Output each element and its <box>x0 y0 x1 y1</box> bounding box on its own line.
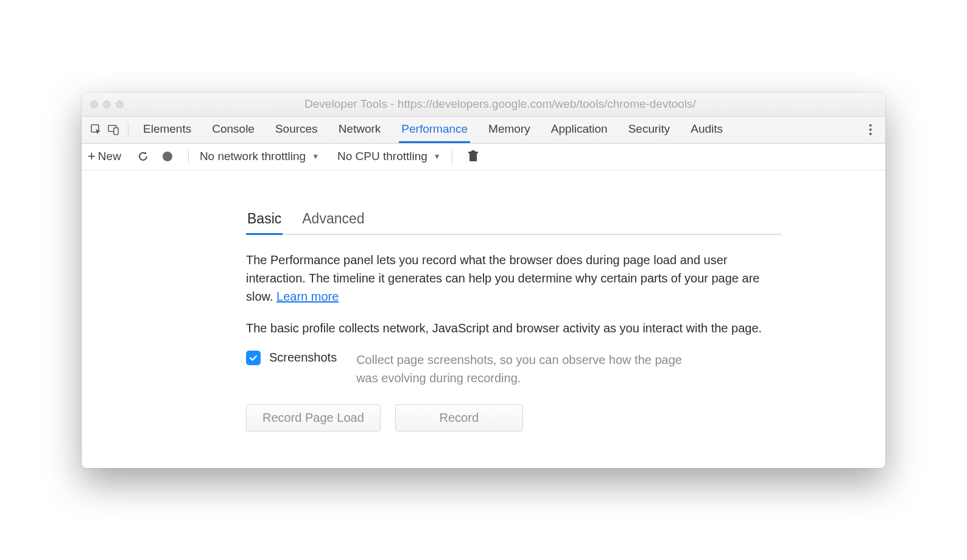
tab-label: Performance <box>401 122 468 136</box>
svg-rect-6 <box>469 153 477 161</box>
delete-icon[interactable] <box>463 148 483 165</box>
mac-traffic-lights <box>90 100 124 108</box>
record-indicator-icon[interactable] <box>158 148 177 165</box>
devtools-tabbar: Elements Console Sources Network Perform… <box>82 117 885 144</box>
record-page-load-button[interactable]: Record Page Load <box>246 404 381 432</box>
tab-label: Elements <box>143 122 191 136</box>
tab-label: Audits <box>691 122 723 136</box>
check-icon <box>248 353 258 363</box>
svg-rect-2 <box>114 128 118 135</box>
svg-rect-8 <box>471 150 475 152</box>
tab-network[interactable]: Network <box>336 117 384 143</box>
svg-point-3 <box>869 124 871 127</box>
new-label: New <box>98 150 121 163</box>
tab-elements[interactable]: Elements <box>141 117 194 143</box>
screenshots-description: Collect page screenshots, so you can obs… <box>356 351 697 387</box>
new-recording-button[interactable]: + New <box>88 149 121 164</box>
cpu-throttle-label: No CPU throttling <box>337 150 427 163</box>
separator <box>128 122 128 137</box>
subtab-label: Basic <box>247 211 281 226</box>
zoom-window-dot[interactable] <box>116 100 124 108</box>
subtab-basic[interactable]: Basic <box>246 207 283 235</box>
screenshots-checkbox[interactable] <box>246 351 261 365</box>
tab-performance[interactable]: Performance <box>399 117 470 143</box>
profile-type-tabs: Basic Advanced <box>246 207 782 235</box>
tab-sources[interactable]: Sources <box>273 117 320 143</box>
inspect-element-icon[interactable] <box>88 121 105 138</box>
more-menu-icon[interactable] <box>861 121 879 139</box>
tab-audits[interactable]: Audits <box>688 117 725 143</box>
performance-toolbar: + New No network throttling ▼ No CPU thr… <box>82 144 885 170</box>
reload-icon[interactable] <box>133 148 153 165</box>
titlebar: Developer Tools - https://developers.goo… <box>82 93 885 117</box>
tab-application[interactable]: Application <box>549 117 610 143</box>
close-window-dot[interactable] <box>90 100 98 108</box>
svg-point-4 <box>869 128 871 131</box>
minimize-window-dot[interactable] <box>103 100 111 108</box>
performance-panel-body: Basic Advanced The Performance panel let… <box>82 170 885 468</box>
network-throttle-label: No network throttling <box>200 150 306 163</box>
separator <box>188 149 189 164</box>
screenshots-label: Screenshots <box>269 351 337 365</box>
record-buttons-row: Record Page Load Record <box>246 404 782 432</box>
chevron-down-icon: ▼ <box>434 152 441 161</box>
performance-setup-panel: Basic Advanced The Performance panel let… <box>246 207 782 432</box>
device-toggle-icon[interactable] <box>105 121 122 138</box>
main-tabs: Elements Console Sources Network Perform… <box>141 117 725 143</box>
svg-point-5 <box>869 133 871 135</box>
subtab-label: Advanced <box>302 211 364 226</box>
network-throttling-dropdown[interactable]: No network throttling ▼ <box>200 150 319 163</box>
window-title: Developer Tools - https://developers.goo… <box>124 97 877 111</box>
tab-label: Sources <box>275 122 318 136</box>
plus-icon: + <box>88 149 96 164</box>
learn-more-link[interactable]: Learn more <box>276 290 339 303</box>
tab-label: Application <box>551 122 608 136</box>
record-button[interactable]: Record <box>395 404 523 432</box>
basic-description: The basic profile collects network, Java… <box>246 319 782 337</box>
tab-label: Console <box>212 122 255 136</box>
intro-paragraph: The Performance panel lets you record wh… <box>246 251 782 306</box>
tab-memory[interactable]: Memory <box>486 117 533 143</box>
separator <box>452 149 452 164</box>
screenshots-option-row: Screenshots Collect page screenshots, so… <box>246 351 782 387</box>
tab-label: Network <box>339 122 381 136</box>
devtools-window: Developer Tools - https://developers.goo… <box>82 93 885 468</box>
tab-console[interactable]: Console <box>209 117 257 143</box>
tab-security[interactable]: Security <box>626 117 673 143</box>
subtab-advanced[interactable]: Advanced <box>301 207 365 235</box>
cpu-throttling-dropdown[interactable]: No CPU throttling ▼ <box>337 150 441 163</box>
chevron-down-icon: ▼ <box>312 152 319 161</box>
tab-label: Security <box>628 122 670 136</box>
tab-label: Memory <box>488 122 530 136</box>
